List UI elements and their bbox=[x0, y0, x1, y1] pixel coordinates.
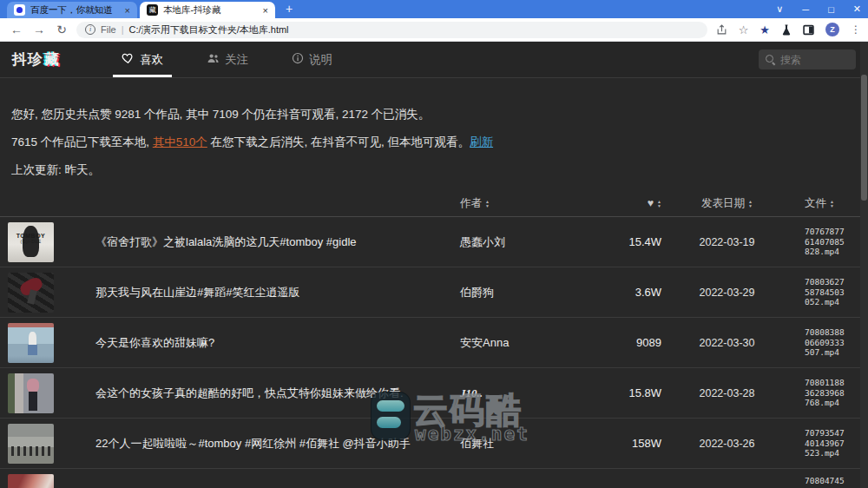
like-count: 15.4W bbox=[595, 235, 668, 248]
address-divider: | bbox=[122, 24, 124, 35]
nav-tab-likes[interactable]: 喜欢 bbox=[120, 43, 165, 77]
file-name[interactable]: 70767877 61407085 828.mp4 bbox=[786, 227, 868, 257]
stats-line-3: 上次更新: 昨天。 bbox=[11, 162, 856, 178]
stats-line-1: 您好, 您历史共点赞 9281 个作品, 其中 7109 个仍在抖音可观看, 2… bbox=[11, 107, 856, 122]
table-row[interactable]: TOMBOY(G)I-DLE 《宿舍打歌》之被lalala洗脑的这几天#tomb… bbox=[0, 217, 868, 267]
sort-icon: ▲▼ bbox=[485, 200, 490, 208]
extension-flask-icon[interactable] bbox=[781, 24, 792, 36]
video-title[interactable]: 《宿舍打歌》之被lalala洗脑的这几天#tomboy #gidle bbox=[95, 234, 451, 249]
sort-icon: ▲▼ bbox=[830, 200, 834, 208]
video-author[interactable]: 佰舞社 bbox=[451, 436, 595, 452]
new-tab-button[interactable]: + bbox=[286, 2, 293, 16]
info-circle-icon bbox=[292, 52, 304, 67]
toolbar-icons: ☆ ★ Z ⋮ bbox=[716, 23, 861, 36]
publish-date: 2022-03-29 bbox=[668, 287, 786, 299]
douzhencang-page: 抖珍藏 喜欢 关注 说明 bbox=[0, 42, 868, 488]
window-controls: ∨ ─ □ ✕ bbox=[776, 0, 861, 18]
video-author[interactable]: 伯爵狗 bbox=[451, 285, 595, 300]
video-thumbnail[interactable] bbox=[8, 373, 54, 413]
address-path: C:/演示用下载目标文件夹/本地库.html bbox=[129, 23, 289, 36]
address-bar[interactable]: i File | C:/演示用下载目标文件夹/本地库.html bbox=[76, 22, 707, 38]
nav-tab-about[interactable]: 说明 bbox=[290, 43, 334, 77]
like-count: 15.8W bbox=[595, 386, 668, 399]
table-row[interactable]: 今天是你喜欢的甜妹嘛? 安安Anna 9089 2022-03-30 70808… bbox=[0, 318, 868, 368]
video-title[interactable]: 22个人一起啦啦啦～#tomboy #网红徐州 #佰舞社 @抖音小助手 bbox=[95, 436, 451, 451]
stats-line-2: 7615 个作品已下载至本地, 其中510个 在您下载之后消失, 在抖音不可见,… bbox=[11, 135, 856, 150]
stats-summary: 您好, 您历史共点赞 9281 个作品, 其中 7109 个仍在抖音可观看, 2… bbox=[0, 78, 868, 178]
main-nav: 喜欢 关注 说明 bbox=[120, 43, 334, 77]
page-scrollbar[interactable] bbox=[860, 42, 868, 488]
table-body: TOMBOY(G)I-DLE 《宿舍打歌》之被lalala洗脑的这几天#tomb… bbox=[0, 217, 868, 488]
video-thumbnail[interactable]: TOMBOY(G)I-DLE bbox=[8, 222, 54, 262]
tab-local-library[interactable]: 藏 本地库-抖珍藏 × bbox=[140, 2, 275, 18]
likes-table: 作者▲▼ ♥▲▼ 发表日期▲▼ 文件▲▼ TOMBOY(G)I-DLE 《宿舍打… bbox=[0, 190, 868, 488]
menu-kebab-icon[interactable]: ⋮ bbox=[851, 23, 861, 36]
table-row[interactable]: 那天我与风在山崖边#舞蹈#笑红尘逍遥版 伯爵狗 3.6W 2022-03-29 … bbox=[0, 267, 868, 318]
tab-baidu[interactable]: 百度一下，你就知道 × bbox=[7, 2, 137, 18]
table-row[interactable]: 会这个的女孩子真的超酷的好吧，快点艾特你姐妹来做给你看. J10.. 15.8W… bbox=[0, 368, 868, 419]
minimize-button[interactable]: ─ bbox=[802, 4, 809, 15]
publish-date: 2022-03-30 bbox=[668, 337, 786, 349]
video-thumbnail[interactable] bbox=[8, 424, 54, 464]
share-icon[interactable] bbox=[716, 24, 727, 36]
tab-title: 百度一下，你就知道 bbox=[30, 4, 120, 16]
table-row[interactable]: 22个人一起啦啦啦～#tomboy #网红徐州 #佰舞社 @抖音小助手 佰舞社 … bbox=[0, 419, 868, 469]
nav-label: 说明 bbox=[309, 52, 332, 68]
profile-avatar[interactable]: Z bbox=[825, 23, 839, 36]
refresh-link[interactable]: 刷新 bbox=[470, 135, 493, 148]
back-button[interactable]: ← bbox=[7, 23, 26, 36]
nav-label: 喜欢 bbox=[140, 52, 163, 68]
file-name[interactable]: 70808388 06609333 507.mp4 bbox=[786, 327, 868, 358]
column-header-likes[interactable]: ♥▲▼ bbox=[595, 197, 668, 209]
video-thumbnail[interactable] bbox=[8, 474, 54, 488]
missing-count-link[interactable]: 其中510个 bbox=[153, 135, 207, 148]
publish-date: 2022-03-26 bbox=[668, 438, 786, 450]
video-author[interactable]: J10.. bbox=[451, 386, 595, 400]
nav-tab-following[interactable]: 关注 bbox=[205, 43, 250, 77]
side-panel-icon[interactable] bbox=[803, 24, 814, 36]
video-author[interactable]: 安安Anna bbox=[451, 335, 595, 351]
site-header: 抖珍藏 喜欢 关注 说明 bbox=[0, 42, 868, 78]
like-count: 9089 bbox=[595, 336, 668, 349]
video-title[interactable]: 会这个的女孩子真的超酷的好吧，快点艾特你姐妹来做给你看. bbox=[95, 386, 451, 400]
file-name[interactable]: 70801188 36283968 768.mp4 bbox=[786, 378, 868, 408]
video-title[interactable]: 今天是你喜欢的甜妹嘛? bbox=[95, 335, 451, 350]
sort-icon: ▲▼ bbox=[657, 200, 661, 208]
extension-star-icon[interactable]: ★ bbox=[760, 23, 770, 36]
publish-date: 2022-03-19 bbox=[668, 236, 786, 248]
file-name[interactable]: 70803627 58784503 052.mp4 bbox=[786, 277, 868, 307]
reload-button[interactable]: ↻ bbox=[52, 23, 71, 36]
table-row[interactable]: 70804745 bbox=[0, 469, 868, 488]
scrollbar-thumb[interactable] bbox=[861, 75, 867, 201]
like-count: 3.6W bbox=[595, 286, 668, 299]
page-info-icon[interactable]: i bbox=[85, 24, 95, 35]
forward-button[interactable]: → bbox=[30, 23, 49, 36]
file-name[interactable]: 70793547 40143967 523.mp4 bbox=[786, 428, 868, 458]
video-title[interactable]: 那天我与风在山崖边#舞蹈#笑红尘逍遥版 bbox=[95, 285, 451, 300]
search-icon bbox=[766, 55, 775, 64]
column-header-author[interactable]: 作者▲▼ bbox=[451, 196, 595, 211]
table-header-row: 作者▲▼ ♥▲▼ 发表日期▲▼ 文件▲▼ bbox=[0, 190, 868, 217]
column-header-date[interactable]: 发表日期▲▼ bbox=[668, 196, 786, 211]
sort-icon: ▲▼ bbox=[748, 200, 753, 208]
site-logo: 抖珍藏 bbox=[12, 49, 61, 69]
tab-close-icon[interactable]: × bbox=[263, 5, 268, 16]
video-author[interactable]: 愚蠢小刘 bbox=[451, 234, 595, 250]
search-box[interactable] bbox=[759, 49, 856, 69]
heart-icon: ♥ bbox=[648, 197, 654, 209]
browser-toolbar: ← → ↻ i File | C:/演示用下载目标文件夹/本地库.html ☆ … bbox=[0, 18, 868, 42]
maximize-button[interactable]: □ bbox=[828, 4, 834, 15]
video-thumbnail[interactable] bbox=[8, 273, 54, 313]
video-thumbnail[interactable] bbox=[8, 323, 54, 363]
logo-glitch-char: 藏 bbox=[43, 51, 61, 68]
bookmark-star-icon[interactable]: ☆ bbox=[739, 23, 749, 36]
column-header-file[interactable]: 文件▲▼ bbox=[786, 196, 868, 211]
address-scheme: File bbox=[101, 24, 116, 35]
search-input[interactable] bbox=[780, 54, 849, 66]
chrome-chevron-icon[interactable]: ∨ bbox=[776, 3, 783, 15]
file-name[interactable]: 70804745 bbox=[786, 469, 868, 486]
close-window-button[interactable]: ✕ bbox=[853, 3, 861, 15]
heart-outline-icon bbox=[122, 52, 135, 67]
browser-window: 百度一下，你就知道 × 藏 本地库-抖珍藏 × + ∨ ─ □ ✕ ← → ↻ … bbox=[0, 0, 868, 488]
tab-close-icon[interactable]: × bbox=[125, 5, 130, 16]
